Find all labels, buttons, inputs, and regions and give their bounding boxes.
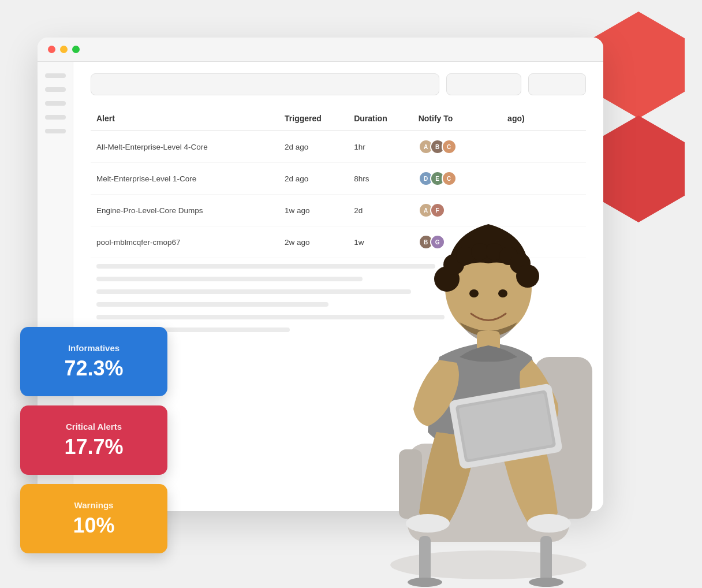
stat-value: 17.7% bbox=[64, 435, 123, 459]
sidebar-item-1[interactable] bbox=[45, 73, 66, 78]
alert-name: pool-mblmcqfer-cmop67 bbox=[91, 226, 279, 258]
traffic-light-yellow[interactable] bbox=[60, 46, 68, 53]
filter-dropdown[interactable] bbox=[446, 73, 521, 95]
traffic-light-green[interactable] bbox=[72, 46, 80, 53]
alert-name: Engine-Pro-Level-Core Dumps bbox=[91, 195, 279, 226]
search-bar[interactable] bbox=[91, 73, 439, 95]
col-header-alert: Alert bbox=[91, 107, 279, 131]
svg-point-22 bbox=[469, 289, 479, 297]
alert-name: All-Melt-Enterprise-Level 4-Core bbox=[91, 131, 279, 163]
svg-point-6 bbox=[408, 578, 442, 587]
svg-rect-5 bbox=[540, 536, 552, 582]
stat-card-informatives: Informatives 72.3% bbox=[20, 327, 167, 396]
stat-label: Critical Alerts bbox=[66, 422, 122, 431]
sidebar-item-4[interactable] bbox=[45, 115, 66, 120]
svg-rect-3 bbox=[399, 449, 422, 519]
svg-point-23 bbox=[498, 289, 507, 297]
stat-card-warnings: Warnings 10% bbox=[20, 484, 167, 553]
svg-point-7 bbox=[529, 578, 563, 587]
toolbar bbox=[91, 73, 586, 95]
svg-point-8 bbox=[406, 514, 450, 533]
stat-label: Informatives bbox=[68, 343, 120, 353]
sidebar-item-3[interactable] bbox=[45, 101, 66, 106]
stat-value: 72.3% bbox=[64, 356, 123, 381]
sidebar-item-5[interactable] bbox=[45, 129, 66, 133]
window-chrome bbox=[38, 38, 603, 62]
add-alert-button[interactable] bbox=[528, 73, 586, 95]
svg-point-21 bbox=[516, 265, 539, 288]
hex-shape-top bbox=[592, 12, 685, 118]
alert-name: Melt-Enterprise-Level 1-Core bbox=[91, 163, 279, 195]
person-image bbox=[292, 109, 667, 588]
stat-label: Warnings bbox=[74, 500, 114, 510]
stats-container: Informatives 72.3% Critical Alerts 17.7%… bbox=[20, 327, 167, 553]
traffic-light-red[interactable] bbox=[48, 46, 55, 53]
svg-point-9 bbox=[527, 514, 571, 533]
stat-card-critical-alerts: Critical Alerts 17.7% bbox=[20, 405, 167, 475]
stat-value: 10% bbox=[73, 513, 114, 538]
sidebar-item-2[interactable] bbox=[45, 87, 66, 92]
svg-rect-4 bbox=[419, 536, 431, 582]
